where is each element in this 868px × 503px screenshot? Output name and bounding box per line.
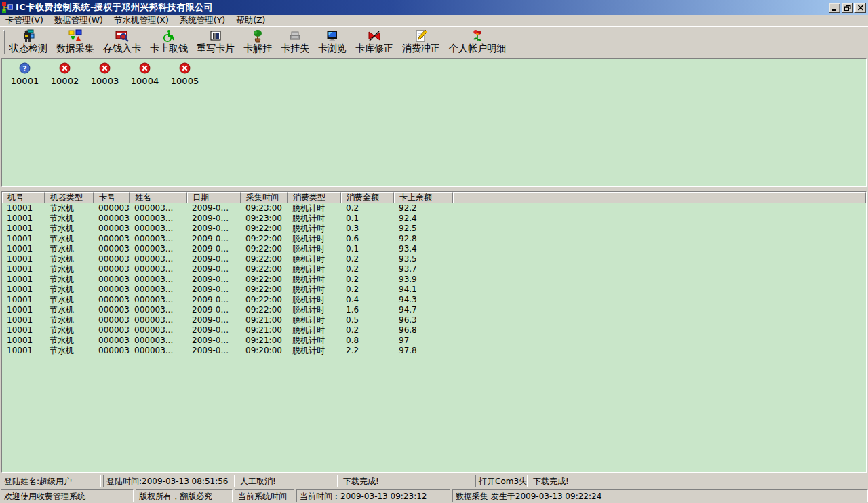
error-icon — [59, 62, 71, 74]
column-header-2[interactable]: 卡号 — [94, 192, 130, 203]
table-row[interactable]: 10001节水机000003000003...2009-0...09:22:00… — [2, 295, 866, 305]
table-cell: 节水机 — [45, 264, 94, 275]
table-cell: 节水机 — [45, 214, 94, 224]
application-window: { "window": { "title": "IC卡收费控制系统-授权于郑州兴… — [0, 0, 868, 503]
menu-item-2[interactable]: 节水机管理(X) — [108, 14, 174, 27]
column-header-5[interactable]: 采集时间 — [241, 192, 288, 203]
table-cell: 脱机计时 — [288, 305, 341, 315]
personal-account-detail-button[interactable]: 个人帐户明细 — [446, 28, 509, 54]
card-magnifier-icon — [115, 29, 129, 43]
table-row[interactable]: 10001节水机000003000003...2009-0...09:21:00… — [2, 336, 866, 346]
status-check-button[interactable]: 状态检测 — [6, 28, 51, 54]
menu-item-0[interactable]: 卡管理(V) — [0, 14, 49, 27]
table-cell: 000003... — [130, 214, 187, 224]
table-cell: 93.4 — [394, 244, 453, 254]
device-10004[interactable]: 10004 — [125, 62, 165, 86]
table-cell: 09:22:00 — [241, 305, 288, 315]
column-header-0[interactable]: 机号 — [2, 192, 45, 203]
device-10005[interactable]: 10005 — [165, 62, 205, 86]
card-unfreeze-button[interactable]: 卡解挂 — [240, 28, 275, 54]
table-cell: 000003 — [94, 305, 130, 315]
table-cell: 脱机计时 — [288, 234, 341, 244]
table-row[interactable]: 10001节水机000003000003...2009-0...09:22:00… — [2, 234, 866, 244]
column-header-4[interactable]: 日期 — [187, 192, 241, 203]
menu-item-3[interactable]: 系统管理(Y) — [174, 14, 231, 27]
table-cell: 0.2 — [341, 285, 394, 295]
withdraw-from-card-button[interactable]: 卡上取钱 — [146, 28, 191, 54]
table-cell: 93.5 — [394, 254, 453, 264]
table-cell: 0.2 — [341, 275, 394, 285]
table-cell: 1.6 — [341, 305, 394, 315]
consume-reversal-button[interactable]: 消费冲正 — [399, 28, 443, 54]
table-cell: 94.7 — [394, 305, 453, 315]
table-row[interactable]: 10001节水机000003000003...2009-0...09:21:00… — [2, 315, 866, 325]
table-row[interactable]: 10001节水机000003000003...2009-0...09:22:00… — [2, 244, 866, 254]
data-collect-button[interactable]: 数据采集 — [53, 28, 98, 54]
menu-item-1[interactable]: 数据管理(W) — [49, 14, 108, 27]
svg-text:?: ? — [22, 64, 26, 73]
table-row[interactable]: 10001节水机000003000003...2009-0...09:22:00… — [2, 264, 866, 275]
table-row[interactable]: 10001节水机000003000003...2009-0...09:22:00… — [2, 224, 866, 234]
table-cell: 脱机计时 — [288, 295, 341, 305]
table-cell: 脱机计时 — [288, 336, 341, 346]
table-cell: 脱机计时 — [288, 203, 341, 214]
table-cell: 0.1 — [341, 244, 394, 254]
column-header-1[interactable]: 机器类型 — [45, 192, 94, 203]
close-button[interactable] — [854, 3, 866, 13]
table-row[interactable]: 10001节水机000003000003...2009-0...09:21:00… — [2, 325, 866, 336]
table-cell: 09:22:00 — [241, 275, 288, 285]
table-cell: 2009-0... — [187, 254, 241, 264]
status-bar-bottom: 欢迎使用收费管理系统版权所有，翻版必究当前系统时间当前时间：2009-03-13… — [0, 489, 868, 502]
table-cell: 节水机 — [45, 305, 94, 315]
menu-bar: 卡管理(V)数据管理(W)节水机管理(X)系统管理(Y)帮助(Z) — [0, 15, 868, 26]
table-cell: 节水机 — [45, 346, 94, 356]
minimize-button[interactable] — [829, 3, 840, 13]
table-cell: 0.2 — [341, 203, 394, 214]
window-title: IC卡收费控制系统-授权于郑州兴邦科技有限公司 — [16, 1, 213, 14]
column-header-7[interactable]: 消费金额 — [341, 192, 394, 203]
device-10002[interactable]: 10002 — [45, 62, 85, 86]
table-row[interactable]: 10001节水机000003000003...2009-0...09:23:00… — [2, 214, 866, 224]
table-row[interactable]: 10001节水机000003000003...2009-0...09:22:00… — [2, 305, 866, 315]
restore-button[interactable] — [842, 3, 853, 13]
table-cell: 09:22:00 — [241, 264, 288, 275]
table-row[interactable]: 10001节水机000003000003...2009-0...09:23:00… — [2, 203, 866, 214]
menu-item-4[interactable]: 帮助(Z) — [231, 14, 271, 27]
table-cell: 2009-0... — [187, 325, 241, 336]
toolbar: 状态检测数据采集存钱入卡卡上取钱重写卡片卡解挂卡挂失卡浏览卡库修正消费冲正个人帐… — [0, 26, 868, 56]
column-header-8[interactable]: 卡上余额 — [394, 192, 453, 203]
table-cell: 000003 — [94, 234, 130, 244]
column-header-filler — [453, 192, 866, 203]
toolbar-grip-handle[interactable] — [3, 30, 5, 54]
card-report-loss-button[interactable]: 卡挂失 — [277, 28, 313, 54]
device-id-label: 10001 — [11, 76, 39, 86]
table-cell: 000003 — [94, 315, 130, 325]
deposit-to-card-button[interactable]: 存钱入卡 — [100, 28, 144, 54]
card-db-fix-button[interactable]: 卡库修正 — [352, 28, 397, 54]
rewrite-card-button[interactable]: 重写卡片 — [193, 28, 238, 54]
table-cell: 09:22:00 — [241, 295, 288, 305]
status-panel-top-3: 下载完成! — [340, 475, 473, 487]
status-panel-top-4: 打开Com3失败! — [475, 475, 528, 487]
device-id-label: 10003 — [91, 76, 119, 86]
status-panel-bottom-1: 版权所有，翻版必究 — [136, 489, 233, 502]
table-row[interactable]: 10001节水机000003000003...2009-0...09:22:00… — [2, 285, 866, 295]
table-row[interactable]: 10001节水机000003000003...2009-0...09:22:00… — [2, 254, 866, 264]
table-row[interactable]: 10001节水机000003000003...2009-0...09:20:00… — [2, 346, 866, 356]
card-browse-button[interactable]: 卡浏览 — [315, 28, 350, 54]
column-header-3[interactable]: 姓名 — [130, 192, 187, 203]
table-cell: 92.4 — [394, 214, 453, 224]
device-status-panel: ?1000110002100031000410005 — [1, 58, 867, 187]
device-10001[interactable]: ?10001 — [5, 62, 45, 86]
column-header-6[interactable]: 消费类型 — [288, 192, 341, 203]
device-10003[interactable]: 10003 — [85, 62, 125, 86]
table-row[interactable]: 10001节水机000003000003...2009-0...09:22:00… — [2, 275, 866, 285]
toolbar-button-label: 存钱入卡 — [103, 43, 141, 54]
table-cell: 10001 — [2, 315, 45, 325]
table-cell: 09:22:00 — [241, 234, 288, 244]
records-table: 机号机器类型卡号姓名日期采集时间消费类型消费金额卡上余额 10001节水机000… — [1, 191, 867, 473]
table-cell: 脱机计时 — [288, 254, 341, 264]
toolbar-button-label: 重写卡片 — [197, 43, 235, 54]
table-cell: 2009-0... — [187, 264, 241, 275]
table-cell: 10001 — [2, 234, 45, 244]
